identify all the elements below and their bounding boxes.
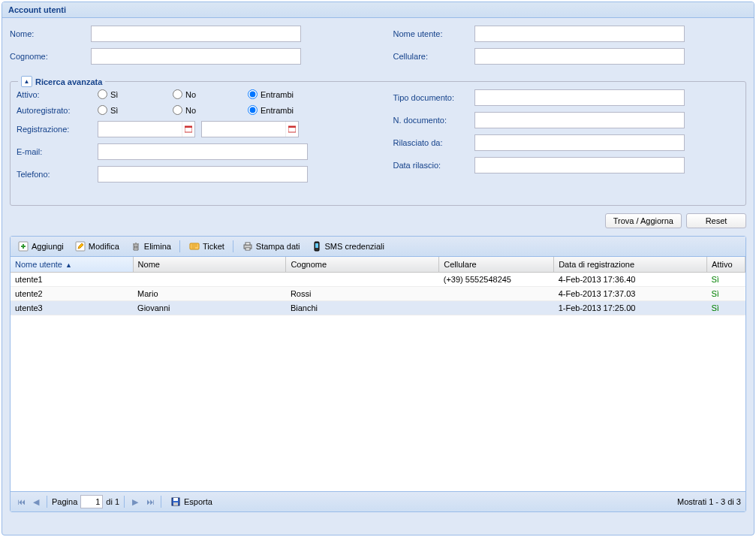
delete-button[interactable]: Elimina (126, 239, 175, 254)
phone-icon (311, 240, 323, 252)
sort-asc-icon: ▲ (65, 261, 72, 269)
results-table: Nome utente▲ Nome Cognome Cellulare Data… (11, 257, 745, 315)
col-nome[interactable]: Nome (133, 257, 286, 273)
telefono-input[interactable] (98, 166, 308, 183)
page-total: di 1 (106, 497, 119, 506)
calendar-icon[interactable] (285, 122, 298, 137)
display-info: Mostrati 1 - 3 di 3 (677, 497, 741, 506)
advanced-legend-text: Ricerca avanzata (35, 77, 102, 86)
col-nome-utente[interactable]: Nome utente▲ (11, 257, 133, 273)
svg-rect-14 (173, 502, 178, 505)
trash-icon (130, 240, 142, 252)
svg-rect-9 (245, 248, 250, 250)
registrazione-to[interactable] (201, 121, 299, 137)
registrazione-label: Registrazione: (17, 125, 98, 134)
svg-rect-3 (288, 126, 296, 128)
paging-toolbar: ⏮ ◀ Pagina di 1 ▶ ⏭ Esporta Mostrati 1 -… (11, 491, 745, 511)
attivo-radio-group: Sì No Entrambi (98, 89, 315, 99)
grid-empty-space (11, 315, 745, 491)
account-utenti-panel: Account utenti Nome: Cognome: Nome utent… (2, 2, 754, 535)
collapse-icon[interactable]: ▲ (21, 76, 32, 87)
add-icon (17, 240, 29, 252)
search-button[interactable]: Trova / Aggiorna (605, 213, 682, 228)
ticket-icon (188, 240, 200, 252)
edit-button[interactable]: Modifica (71, 239, 123, 254)
attivo-label: Attivo: (17, 90, 98, 99)
separator (233, 240, 233, 252)
data-rilascio-input[interactable] (474, 157, 685, 173)
col-data-reg[interactable]: Data di registrazione (554, 257, 707, 273)
advanced-legend: ▲ Ricerca avanzata (18, 76, 105, 87)
attivo-entrambi-radio[interactable] (248, 89, 258, 99)
tipo-doc-input[interactable] (474, 89, 685, 106)
grid-toolbar: Aggiungi Modifica Elimina Ticket (11, 237, 745, 257)
results-grid: Aggiungi Modifica Elimina Ticket (10, 236, 746, 512)
basic-search-form: Nome: Cognome: Nome utente: Cellulare: (10, 26, 746, 71)
registrazione-from[interactable] (98, 121, 195, 137)
page-input[interactable] (80, 495, 103, 508)
save-icon (170, 496, 182, 508)
panel-title: Account utenti (2, 2, 754, 18)
print-button[interactable]: Stampa dati (238, 239, 304, 254)
print-icon (242, 240, 254, 252)
svg-rect-1 (185, 126, 192, 128)
table-row[interactable]: utente3GiovanniBianchi1-Feb-2013 17:25.0… (11, 301, 745, 315)
prev-page-icon[interactable]: ◀ (30, 496, 42, 508)
nome-input[interactable] (91, 26, 301, 42)
panel-body: Nome: Cognome: Nome utente: Cellulare: (2, 18, 754, 520)
n-doc-label: N. documento: (393, 116, 474, 125)
email-label: E-mail: (17, 147, 98, 156)
calendar-icon[interactable] (182, 122, 194, 137)
advanced-fieldset: ▲ Ricerca avanzata Attivo: Sì No Entramb… (10, 81, 746, 206)
pagina-label: Pagina (52, 497, 77, 506)
autoreg-entrambi-radio[interactable] (248, 105, 258, 115)
cognome-input[interactable] (91, 48, 301, 65)
svg-rect-8 (245, 243, 250, 245)
registrazione-from-field[interactable] (98, 122, 182, 137)
col-cognome[interactable]: Cognome (286, 257, 439, 273)
svg-rect-13 (173, 498, 178, 501)
rilasciato-input[interactable] (474, 134, 685, 151)
n-doc-input[interactable] (474, 112, 685, 128)
cellulare-input[interactable] (474, 48, 685, 65)
button-bar: Trova / Aggiorna Reset (10, 213, 746, 228)
autoreg-no-radio[interactable] (173, 105, 182, 115)
col-attivo[interactable]: Attivo (707, 257, 745, 273)
export-button[interactable]: Esporta (166, 494, 216, 509)
attivo-si-radio[interactable] (98, 89, 107, 99)
email-input[interactable] (98, 143, 308, 160)
autoreg-si-radio[interactable] (98, 105, 107, 115)
table-row[interactable]: utente2MarioRossi4-Feb-2013 17:37.03Sì (11, 287, 745, 301)
rilasciato-label: Rilasciato da: (393, 138, 474, 147)
nome-label: Nome: (10, 29, 91, 38)
separator (179, 240, 180, 252)
col-cellulare[interactable]: Cellulare (439, 257, 554, 273)
cellulare-label: Cellulare: (393, 52, 474, 61)
sms-button[interactable]: SMS credenziali (307, 239, 388, 254)
tipo-doc-label: Tipo documento: (393, 93, 474, 102)
nome-utente-label: Nome utente: (393, 29, 474, 38)
data-rilascio-label: Data rilascio: (393, 161, 474, 170)
last-page-icon[interactable]: ⏭ (144, 496, 156, 508)
autoreg-radio-group: Sì No Entrambi (98, 105, 315, 115)
add-button[interactable]: Aggiungi (14, 239, 68, 254)
table-row[interactable]: utente1(+39) 55525482454-Feb-2013 17:36.… (11, 273, 745, 287)
edit-icon (74, 240, 86, 252)
nome-utente-input[interactable] (474, 26, 685, 42)
reset-button[interactable]: Reset (686, 213, 746, 228)
first-page-icon[interactable]: ⏮ (15, 496, 27, 508)
registrazione-to-field[interactable] (202, 122, 285, 137)
svg-rect-11 (315, 243, 318, 248)
cognome-label: Cognome: (10, 52, 91, 61)
telefono-label: Telefono: (17, 170, 98, 179)
attivo-no-radio[interactable] (173, 89, 182, 99)
next-page-icon[interactable]: ▶ (129, 496, 141, 508)
ticket-button[interactable]: Ticket (185, 239, 228, 254)
autoregistrato-label: Autoregistrato: (17, 106, 98, 115)
